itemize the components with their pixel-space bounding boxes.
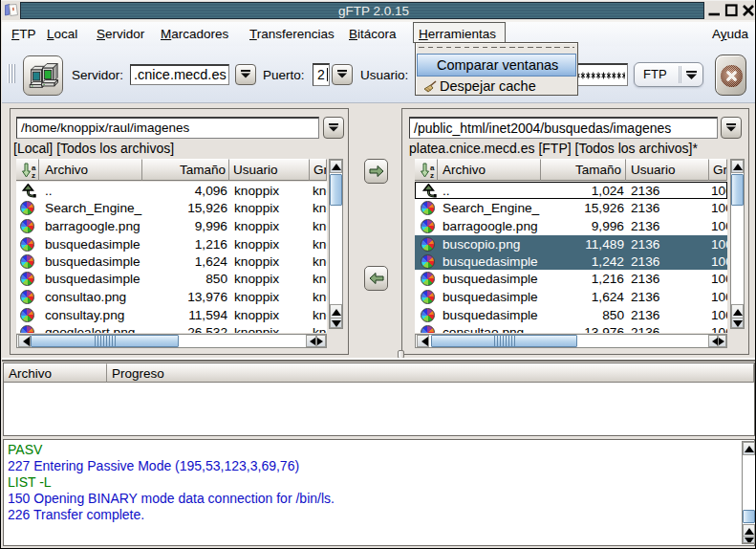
svg-text:z: z (430, 171, 434, 179)
svg-text:z: z (32, 171, 35, 179)
